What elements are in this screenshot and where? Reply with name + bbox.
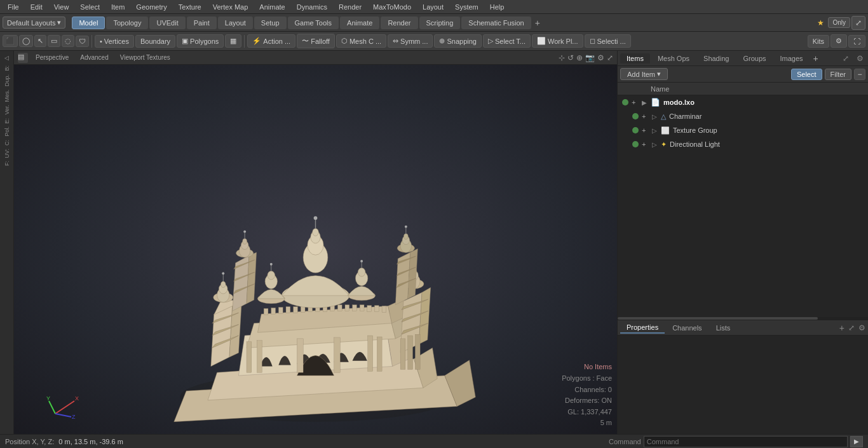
texture-plus-icon[interactable]: + xyxy=(642,126,651,134)
tab-groups[interactable]: Groups xyxy=(736,53,772,64)
settings-icon[interactable]: ⚙ xyxy=(831,34,847,48)
menu-vertex-map[interactable]: Vertex Map xyxy=(208,2,254,12)
viewport-3d[interactable]: X Y Z No Items Polygons : Face Channels:… xyxy=(14,65,617,434)
viewport-expand-icon[interactable]: ⤢ xyxy=(607,53,613,62)
tool-snapping[interactable]: ⊕ Snapping xyxy=(434,34,482,48)
list-item-dir-light[interactable]: + ▷ ✦ Directional Light xyxy=(618,137,868,151)
visibility-button-texture[interactable] xyxy=(630,125,641,135)
menu-help[interactable]: Help xyxy=(485,2,510,12)
menu-view[interactable]: View xyxy=(49,2,74,12)
tool-circle[interactable]: ◯ xyxy=(19,35,33,47)
menu-geometry[interactable]: Geometry xyxy=(131,2,172,12)
fullscreen-icon[interactable]: ⛶ xyxy=(848,35,865,48)
tool-rect[interactable]: ▭ xyxy=(48,35,60,47)
tool-shield[interactable]: 🛡 xyxy=(76,36,89,47)
tool-circle2[interactable]: ◌ xyxy=(62,35,74,47)
tab-setup[interactable]: Setup xyxy=(254,17,287,29)
menu-layout[interactable]: Layout xyxy=(417,2,449,12)
panel-settings-icon[interactable]: ⚙ xyxy=(854,53,865,64)
tool-work-pl[interactable]: ⬜ Work Pl... xyxy=(532,34,583,48)
list-item-texture-group[interactable]: + ▷ ⬜ Texture Group xyxy=(618,123,868,137)
viewport-settings-icon[interactable]: ⚙ xyxy=(597,53,604,62)
light-plus-icon[interactable]: + xyxy=(642,140,651,148)
tab-game-tools[interactable]: Game Tools xyxy=(288,17,339,29)
viewport-rotate-icon[interactable]: ↺ xyxy=(567,53,574,62)
tab-mesh-ops[interactable]: Mesh Ops xyxy=(651,53,696,64)
tool-symm[interactable]: ⇔ Symm ... xyxy=(388,34,433,48)
viewport-textures[interactable]: Viewport Textures xyxy=(116,53,174,62)
tab-properties[interactable]: Properties xyxy=(620,322,665,334)
tool-selecti[interactable]: ◻ Selecti ... xyxy=(585,34,631,48)
menu-item[interactable]: Item xyxy=(106,2,130,12)
add-properties-tab[interactable]: + xyxy=(839,323,844,333)
tab-shading[interactable]: Shading xyxy=(697,53,735,64)
menu-edit[interactable]: Edit xyxy=(25,2,48,12)
tool-vertices[interactable]: • Vertices xyxy=(95,35,134,48)
tool-select-t[interactable]: ▷ Select T... xyxy=(483,34,531,48)
menu-animate[interactable]: Animate xyxy=(254,2,290,12)
tab-images[interactable]: Images xyxy=(774,53,810,64)
items-list[interactable]: + ▶ 📄 modo.lxo + ▷ △ Charminar xyxy=(618,95,868,317)
only-button[interactable]: Only xyxy=(828,17,850,28)
menu-maxtomodo[interactable]: MaxToModo xyxy=(368,2,416,12)
command-input[interactable] xyxy=(644,436,848,447)
charminar-plus-icon[interactable]: + xyxy=(642,112,651,120)
props-expand-icon[interactable]: ⤢ xyxy=(848,323,855,332)
viewport-menu-icon[interactable]: ▤ xyxy=(18,53,28,63)
sidebar-label-mesh[interactable]: Mes. xyxy=(4,88,10,104)
menu-texture[interactable]: Texture xyxy=(173,2,207,12)
panel-expand-icon[interactable]: ⤢ xyxy=(840,53,851,64)
viewport-zoom-icon[interactable]: ⊕ xyxy=(576,53,583,62)
expand-light-icon[interactable]: ▷ xyxy=(652,141,660,148)
sidebar-toggle[interactable]: ◁ xyxy=(1,52,13,64)
item-plus-icon[interactable]: + xyxy=(632,98,641,106)
expand-texture-icon[interactable]: ▷ xyxy=(652,127,660,134)
sidebar-label-dup[interactable]: Dup. xyxy=(4,73,10,88)
sidebar-label-c[interactable]: C: xyxy=(4,139,10,147)
layout-dropdown[interactable]: Default Layouts ▾ xyxy=(3,17,65,29)
expand-icon[interactable]: ⤢ xyxy=(851,16,865,30)
tab-model[interactable]: Model xyxy=(72,17,105,29)
tool-mesh-c[interactable]: ⬡ Mesh C ... xyxy=(336,34,386,48)
menu-system[interactable]: System xyxy=(450,2,484,12)
kits-button[interactable]: Kits xyxy=(808,35,829,48)
visibility-button-charminar[interactable] xyxy=(630,111,641,121)
visibility-button[interactable] xyxy=(620,97,630,107)
sidebar-label-vert[interactable]: Ver. xyxy=(4,104,10,116)
props-settings-icon[interactable]: ⚙ xyxy=(858,323,865,332)
tool-action[interactable]: ⚡ Action ... xyxy=(247,34,295,48)
tool-polygons[interactable]: ▣ Polygons xyxy=(177,34,224,48)
tab-render[interactable]: Render xyxy=(381,17,417,29)
viewport-advanced[interactable]: Advanced xyxy=(76,53,112,62)
sidebar-label-uv[interactable]: UV: xyxy=(4,147,10,160)
add-tab-button[interactable]: + xyxy=(532,18,543,28)
viewport-move-icon[interactable]: ⊹ xyxy=(559,53,565,62)
list-item-charminar[interactable]: + ▷ △ Charminar xyxy=(618,109,868,123)
tool-selector[interactable]: ⬛ xyxy=(3,35,18,47)
tab-animate[interactable]: Animate xyxy=(340,17,379,29)
tab-schematic-fusion[interactable]: Schematic Fusion xyxy=(461,17,531,29)
viewport-perspective[interactable]: Perspective xyxy=(32,53,72,62)
tab-uvedit[interactable]: UVEdit xyxy=(149,17,185,29)
tab-layout[interactable]: Layout xyxy=(218,17,253,29)
expand-charminar-icon[interactable]: ▷ xyxy=(652,113,660,120)
tool-extra[interactable]: ▦ xyxy=(225,34,241,48)
command-go-button[interactable]: ▶ xyxy=(850,436,863,447)
tab-scripting[interactable]: Scripting xyxy=(419,17,461,29)
tab-topology[interactable]: Topology xyxy=(106,17,148,29)
sidebar-label-e[interactable]: E: xyxy=(4,117,10,125)
tab-paint[interactable]: Paint xyxy=(187,17,217,29)
sidebar-label-f[interactable]: F: xyxy=(4,160,10,167)
tool-falloff[interactable]: 〜 Falloff xyxy=(297,34,335,48)
add-item-button[interactable]: Add Item ▾ xyxy=(620,68,668,80)
filter-button[interactable]: Filter xyxy=(825,69,851,80)
expand-icon[interactable]: ▶ xyxy=(642,99,649,106)
tab-lists[interactable]: Lists xyxy=(710,323,737,333)
visibility-button-light[interactable] xyxy=(630,139,641,149)
list-item-root[interactable]: + ▶ 📄 modo.lxo xyxy=(618,95,868,109)
menu-dynamics[interactable]: Dynamics xyxy=(292,2,332,12)
tab-items[interactable]: Items xyxy=(620,53,650,64)
viewport-camera-icon[interactable]: 📷 xyxy=(585,53,595,62)
add-panel-tab[interactable]: + xyxy=(811,53,821,64)
tool-cursor[interactable]: ↖ xyxy=(34,35,46,47)
